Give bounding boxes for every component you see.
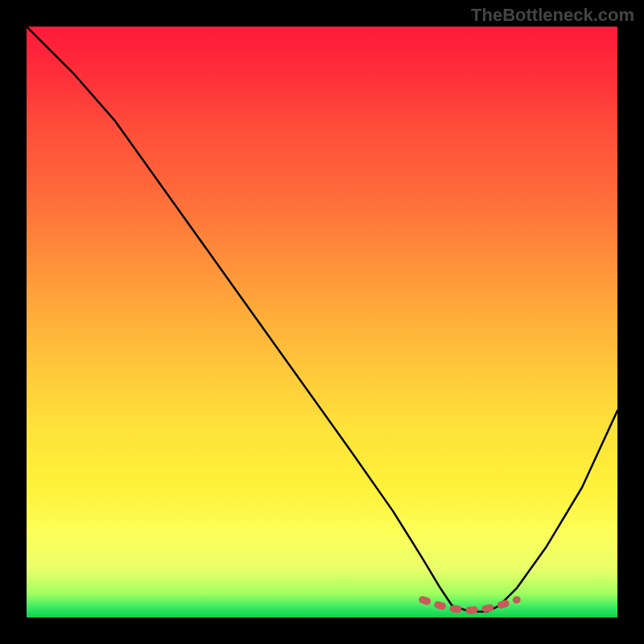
optimal-range-marker-line: [423, 600, 517, 610]
bottleneck-curve-line: [27, 27, 617, 612]
chart-svg: [27, 27, 617, 617]
chart-plot-area: [27, 27, 617, 617]
watermark-text: TheBottleneck.com: [471, 5, 634, 26]
